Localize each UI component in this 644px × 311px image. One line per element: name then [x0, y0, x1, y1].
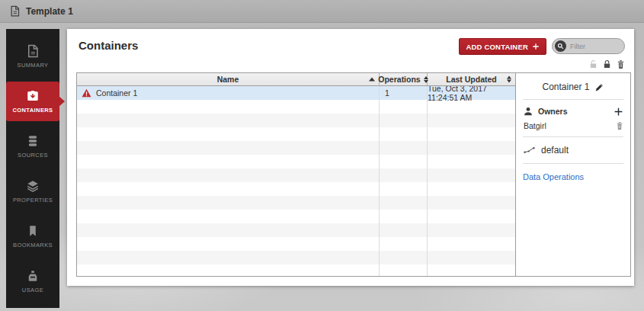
table-row-empty	[77, 196, 515, 210]
owner-name: Batgirl	[524, 121, 546, 130]
sidebar: SUMMARY CONTAINERS SOURCES PROPERTIES BO…	[6, 29, 59, 308]
table-row-empty	[77, 155, 515, 168]
plus-icon	[532, 43, 540, 50]
unlock-icon[interactable]	[589, 59, 598, 69]
document-icon	[9, 5, 21, 18]
table-row-empty	[77, 265, 515, 276]
table-header: Name Operations Last Updated	[77, 73, 515, 86]
workflow-icon	[524, 146, 535, 155]
sidebar-item-sources[interactable]: SOURCES	[6, 127, 59, 166]
sidebar-item-label: USAGE	[22, 287, 43, 293]
workflow-name: default	[541, 145, 569, 156]
layers-icon	[26, 179, 40, 193]
filter-box[interactable]	[552, 38, 625, 54]
table-row-empty	[77, 182, 515, 196]
detail-title: Container 1	[542, 82, 589, 92]
trash-icon[interactable]	[617, 59, 625, 69]
delete-owner-icon[interactable]	[616, 121, 623, 130]
main-panel: Containers ADD CONTAINER	[67, 29, 634, 286]
filter-input[interactable]	[570, 43, 623, 50]
add-container-button[interactable]: ADD CONTAINER	[459, 38, 546, 55]
warning-icon	[82, 88, 91, 98]
sidebar-item-label: SUMMARY	[18, 62, 49, 69]
table-row-empty	[77, 141, 515, 155]
column-header-last-updated[interactable]: Last Updated	[428, 73, 515, 85]
sidebar-item-bookmarks[interactable]: BOOKMARKS	[6, 216, 59, 256]
containers-table: Name Operations Last Updated	[76, 72, 631, 277]
table-toolbar	[589, 59, 625, 69]
column-header-operations[interactable]: Operations	[380, 73, 428, 85]
table-row-empty	[77, 114, 515, 127]
sidebar-item-usage[interactable]: USAGE	[6, 261, 59, 301]
table-row-container-1[interactable]: Container 1 1 Tue, Oct 3, 2017 11:24:51 …	[77, 86, 515, 100]
table-row-empty	[77, 168, 515, 182]
sidebar-item-containers[interactable]: CONTAINERS	[6, 82, 59, 121]
sidebar-item-label: PROPERTIES	[13, 197, 53, 204]
owners-label: Owners	[538, 107, 568, 116]
document-icon	[26, 44, 40, 58]
container-name: Container 1	[96, 88, 137, 98]
sidebar-item-label: SOURCES	[18, 152, 48, 159]
table-row-empty	[77, 251, 515, 265]
edit-pencil-icon[interactable]	[594, 82, 604, 92]
page-title: Containers	[78, 39, 138, 52]
container-icon	[26, 89, 40, 103]
table-row-empty	[77, 100, 515, 114]
data-operations-link[interactable]: Data Operations	[523, 172, 584, 181]
container-detail-panel: Container 1 Owners Batgirl	[515, 73, 630, 276]
operations-count: 1	[380, 86, 428, 100]
sidebar-item-label: BOOKMARKS	[13, 242, 53, 248]
window-title: Template 1	[26, 6, 73, 17]
table-row-empty	[77, 210, 515, 223]
sort-icon	[507, 76, 511, 83]
add-container-label: ADD CONTAINER	[466, 43, 528, 51]
column-header-name[interactable]: Name	[77, 73, 380, 85]
search-icon	[555, 40, 566, 52]
table-row-empty	[77, 237, 515, 251]
sidebar-item-summary[interactable]: SUMMARY	[6, 37, 59, 76]
bookmark-icon	[26, 224, 40, 238]
table-row-empty	[77, 127, 515, 141]
person-icon	[523, 106, 533, 117]
sort-asc-icon	[369, 78, 375, 82]
usage-icon	[26, 269, 40, 283]
add-owner-icon[interactable]	[614, 107, 623, 117]
lock-icon[interactable]	[603, 59, 611, 69]
window-titlebar: Template 1	[0, 0, 644, 23]
table-row-empty	[77, 223, 515, 237]
sidebar-item-properties[interactable]: PROPERTIES	[6, 172, 59, 211]
sidebar-item-label: CONTAINERS	[12, 107, 53, 114]
last-updated: Tue, Oct 3, 2017 11:24:51 AM	[428, 86, 515, 100]
database-icon	[26, 134, 40, 148]
